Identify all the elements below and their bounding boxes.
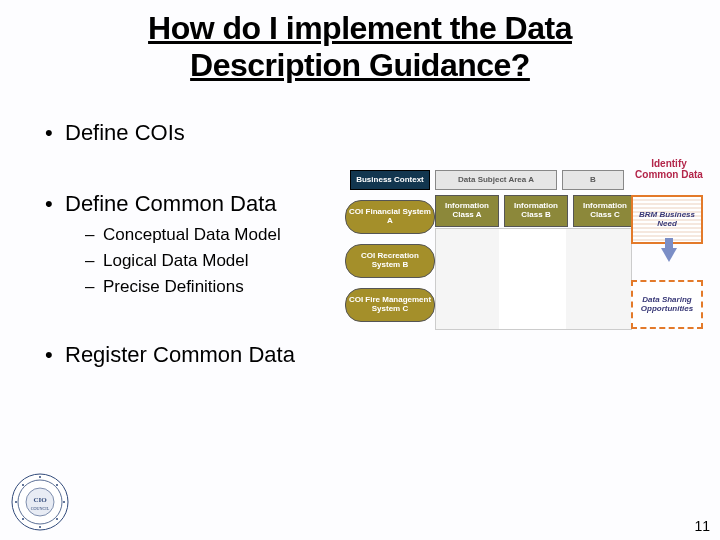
svg-point-7 <box>63 501 65 503</box>
data-sharing-opportunities-box: Data Sharing Opportunities <box>631 280 703 329</box>
svg-point-8 <box>56 518 58 520</box>
svg-point-11 <box>15 501 17 503</box>
svg-point-10 <box>22 518 24 520</box>
slide: How do I implement the Data Description … <box>0 0 720 540</box>
svg-point-12 <box>22 484 24 486</box>
diagram-grid <box>435 228 632 330</box>
svg-text:CIO: CIO <box>33 496 47 504</box>
svg-point-6 <box>56 484 58 486</box>
title-line-2: Description Guidance? <box>190 47 530 83</box>
coi-box-b: COI Recreation System B <box>345 244 435 278</box>
identify-common-data-label: Identify Common Data <box>633 158 705 180</box>
bullet-3-text: Register Common Data <box>65 342 295 367</box>
sub-bullet-1: –Conceptual Data Model <box>85 225 345 245</box>
sub-bullet-3: –Precise Definitions <box>85 277 345 297</box>
title-line-1: How do I implement the Data <box>148 10 572 46</box>
svg-point-9 <box>39 526 41 528</box>
coi-column: COI Financial System A COI Recreation Sy… <box>345 200 435 332</box>
bullet-3: •Register Common Data <box>45 342 345 368</box>
svg-text:COUNCIL: COUNCIL <box>31 506 50 511</box>
subject-area-b: B <box>562 170 624 190</box>
svg-point-5 <box>39 476 41 478</box>
info-class-a: Information Class A <box>435 195 499 227</box>
coi-box-a: COI Financial System A <box>345 200 435 234</box>
bullet-2-text: Define Common Data <box>65 191 277 216</box>
subject-area-row: Data Subject Area A B <box>435 170 624 190</box>
body-text: •Define COIs •Define Common Data –Concep… <box>45 120 345 368</box>
page-number: 11 <box>694 518 710 534</box>
data-model-diagram: Business Context Data Subject Area A B I… <box>345 170 705 380</box>
sub-bullet-2-text: Logical Data Model <box>103 251 249 270</box>
arrow-down-icon-head <box>661 248 677 262</box>
cio-council-logo: CIO COUNCIL <box>10 472 70 532</box>
subject-area-a: Data Subject Area A <box>435 170 557 190</box>
sub-bullet-3-text: Precise Definitions <box>103 277 244 296</box>
bullet-1-text: Define COIs <box>65 120 185 145</box>
coi-box-c: COI Fire Management System C <box>345 288 435 322</box>
slide-title: How do I implement the Data Description … <box>0 10 720 84</box>
info-class-c: Information Class C <box>573 195 637 227</box>
info-class-b: Information Class B <box>504 195 568 227</box>
sub-bullet-2: –Logical Data Model <box>85 251 345 271</box>
info-class-row: Information Class A Information Class B … <box>435 195 637 227</box>
bullet-2: •Define Common Data <box>45 191 345 217</box>
brm-business-need-box: BRM Business Need <box>631 195 703 244</box>
sub-bullet-1-text: Conceptual Data Model <box>103 225 281 244</box>
bullet-1: •Define COIs <box>45 120 345 146</box>
business-context-box: Business Context <box>350 170 430 190</box>
